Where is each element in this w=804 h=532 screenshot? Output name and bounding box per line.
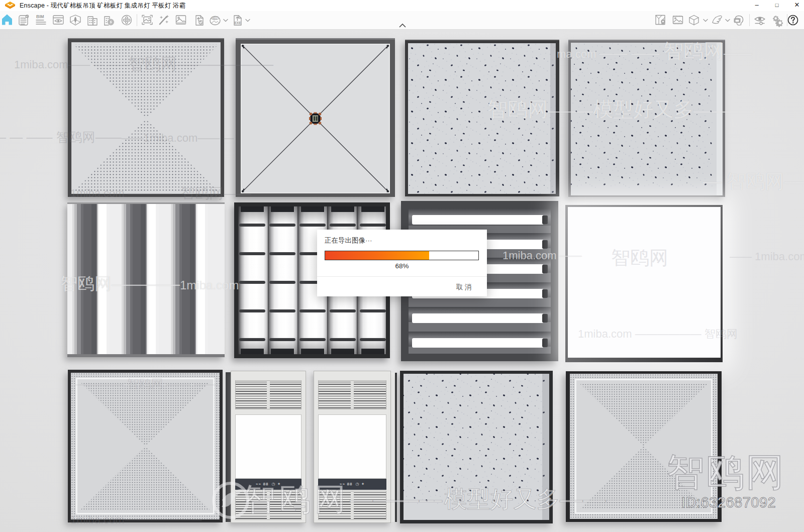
svg-text:EXE: EXE <box>235 21 242 25</box>
svg-text:BIM: BIM <box>36 14 44 19</box>
svg-text:360°: 360° <box>212 16 219 20</box>
